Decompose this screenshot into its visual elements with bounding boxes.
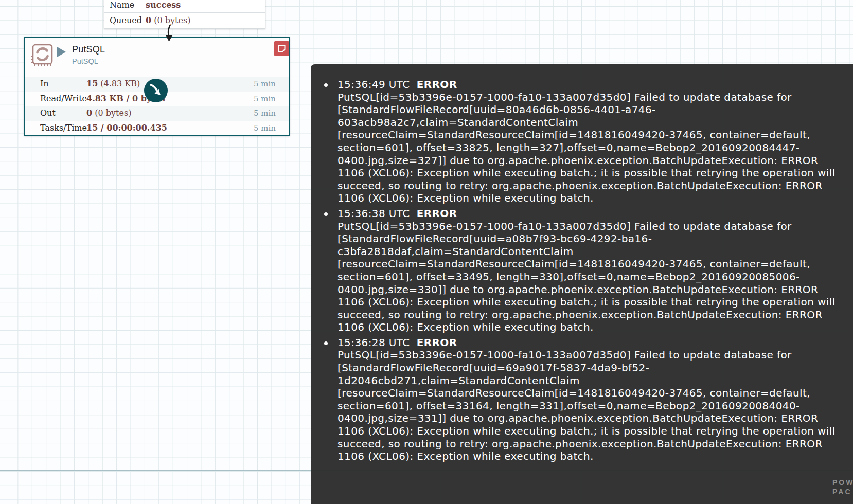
watermark-line2: PAC bbox=[832, 487, 853, 496]
connection-name-row: Namesuccess bbox=[104, 0, 265, 13]
bulletin-time: 15:36:49 UTC bbox=[337, 78, 410, 91]
bulletin-message: PutSQL[id=53b3396e-0157-1000-fa10-133a00… bbox=[337, 91, 844, 205]
bulletin-severity: ERROR bbox=[417, 336, 457, 349]
connection-name-label: Name bbox=[110, 0, 141, 12]
connection-queued-count: 0 bbox=[146, 15, 151, 25]
processor-type: PutSQL bbox=[72, 57, 105, 65]
stat-period: 5 min bbox=[254, 106, 276, 121]
connection-queued-size: (0 bytes) bbox=[154, 15, 190, 25]
processor-header: PutSQL PutSQL bbox=[25, 38, 289, 76]
processor-icon bbox=[31, 43, 55, 67]
stat-label: Read/Write bbox=[40, 92, 87, 106]
bullet-dot bbox=[324, 83, 328, 87]
arrow-southeast-icon bbox=[144, 79, 168, 102]
bulletin-indicator[interactable] bbox=[274, 41, 289, 56]
processor-name: PutSQL bbox=[72, 44, 105, 55]
connection-down-arrow-icon bbox=[162, 25, 177, 42]
bulletin-severity: ERROR bbox=[417, 78, 457, 91]
stat-row-taskstime: Tasks/Time 15 / 00:00:00.435 5 min bbox=[25, 121, 289, 136]
stat-value: 15 / 00:00:00.435 bbox=[86, 123, 167, 133]
stat-row-out: Out 0 (0 bytes) 5 min bbox=[25, 106, 289, 121]
connection-name-value: success bbox=[146, 0, 181, 10]
stat-period: 5 min bbox=[254, 92, 276, 106]
watermark: POW PAC bbox=[832, 478, 853, 496]
stat-period: 5 min bbox=[254, 77, 276, 92]
bulletin-message: PutSQL[id=53b3396e-0157-1000-fa10-133a00… bbox=[337, 349, 844, 462]
stat-label: Out bbox=[40, 106, 56, 121]
connection-label[interactable]: Namesuccess Queued0 (0 bytes) bbox=[104, 0, 265, 29]
stat-label: Tasks/Time bbox=[40, 121, 87, 136]
bullet-dot bbox=[324, 212, 328, 216]
run-status-play-icon bbox=[57, 47, 66, 57]
connection-queued-row: Queued0 (0 bytes) bbox=[104, 13, 265, 28]
connection-queued-label: Queued bbox=[110, 13, 141, 28]
bulletin-item: 15:36:49 UTCERROR PutSQL[id=53b3396e-015… bbox=[324, 78, 850, 205]
stat-value: 0 bbox=[86, 108, 92, 118]
bulletin-message: PutSQL[id=53b3396e-0157-1000-fa10-133a00… bbox=[337, 220, 844, 334]
bulletin-time: 15:36:38 UTC bbox=[337, 207, 410, 220]
watermark-line1: POW bbox=[832, 478, 853, 487]
sticky-note-icon bbox=[277, 44, 286, 53]
bulletin-item: 15:36:38 UTCERROR PutSQL[id=53b3396e-015… bbox=[324, 207, 850, 334]
stat-period: 5 min bbox=[254, 121, 276, 136]
bulletin-item: 15:36:28 UTCERROR PutSQL[id=53b3396e-015… bbox=[324, 336, 850, 463]
stat-label: In bbox=[40, 77, 49, 92]
flow-canvas[interactable]: Namesuccess Queued0 (0 bytes) bbox=[0, 0, 853, 504]
bulletin-tooltip: 15:36:49 UTCERROR PutSQL[id=53b3396e-015… bbox=[311, 64, 853, 504]
bulletin-time: 15:36:28 UTC bbox=[337, 336, 410, 349]
bulletin-severity: ERROR bbox=[417, 207, 457, 220]
stat-value: 15 bbox=[86, 79, 98, 88]
connection-endpoint-marker[interactable] bbox=[144, 79, 168, 102]
bullet-dot bbox=[324, 341, 328, 345]
